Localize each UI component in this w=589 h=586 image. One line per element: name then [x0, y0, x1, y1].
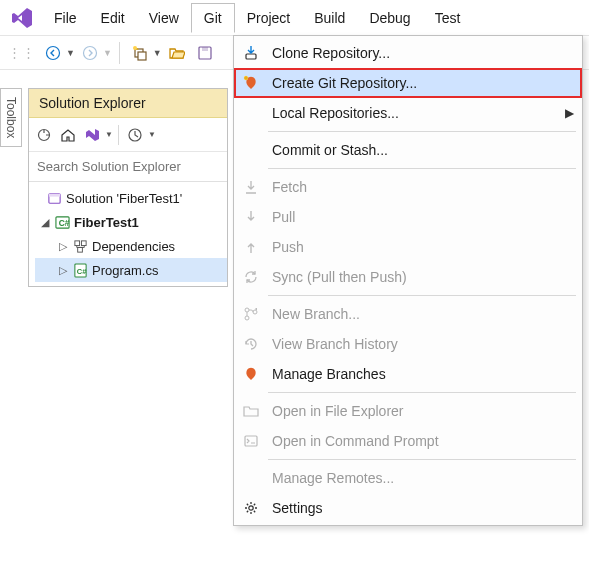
- menu-separator: [268, 131, 576, 132]
- menu-manage-branches[interactable]: Manage Branches: [234, 359, 582, 389]
- menu-debug[interactable]: Debug: [357, 4, 422, 32]
- solution-icon: [47, 191, 62, 206]
- svg-rect-10: [49, 193, 60, 196]
- menu-test[interactable]: Test: [423, 4, 473, 32]
- fetch-icon: [240, 176, 262, 198]
- menu-settings[interactable]: Settings: [234, 493, 582, 523]
- svg-rect-18: [246, 54, 256, 59]
- dependencies-node[interactable]: ▷ Dependencies: [35, 234, 227, 258]
- dependencies-icon: [73, 239, 88, 254]
- branches-icon: [240, 363, 262, 385]
- solution-node[interactable]: Solution 'FiberTest1': [35, 186, 227, 210]
- dropdown-chevron-icon[interactable]: ▼: [66, 48, 75, 58]
- menu-label: View Branch History: [272, 336, 398, 352]
- menu-separator: [268, 459, 576, 460]
- svg-point-22: [253, 310, 257, 314]
- menu-label: Manage Remotes...: [272, 470, 394, 486]
- menu-label: Create Git Repository...: [272, 75, 417, 91]
- menu-label: Commit or Stash...: [272, 142, 388, 158]
- nav-back-button[interactable]: [40, 40, 66, 66]
- toolbar-grip-icon: ⋮⋮: [8, 45, 36, 60]
- create-repo-icon: [240, 72, 262, 94]
- svg-text:C#: C#: [59, 218, 70, 228]
- menu-pull: Pull: [234, 202, 582, 232]
- menu-create-git-repository[interactable]: Create Git Repository...: [234, 68, 582, 98]
- menu-label: Manage Branches: [272, 366, 386, 382]
- menu-view-branch-history: View Branch History: [234, 329, 582, 359]
- menu-clone-repository[interactable]: Clone Repository...: [234, 38, 582, 68]
- git-menu-dropdown: Clone Repository... Create Git Repositor…: [233, 35, 583, 526]
- svg-rect-3: [138, 52, 146, 60]
- svg-text:C#: C#: [77, 267, 87, 276]
- menu-file[interactable]: File: [42, 4, 89, 32]
- svg-rect-6: [202, 47, 208, 51]
- menu-open-command-prompt: Open in Command Prompt: [234, 426, 582, 456]
- menu-label: Pull: [272, 209, 295, 225]
- clone-icon: [240, 42, 262, 64]
- dropdown-chevron-icon[interactable]: ▼: [148, 130, 156, 139]
- pending-changes-button[interactable]: [124, 124, 146, 146]
- menu-push: Push: [234, 232, 582, 262]
- expand-icon[interactable]: ▷: [57, 264, 69, 277]
- menu-project[interactable]: Project: [235, 4, 303, 32]
- toolbar-separator: [119, 42, 120, 64]
- solution-explorer-panel: Solution Explorer ▼ ▼ Solution 'FiberTes…: [28, 88, 228, 287]
- home-button[interactable]: [57, 124, 79, 146]
- menu-view[interactable]: View: [137, 4, 191, 32]
- new-branch-icon: [240, 303, 262, 325]
- sync-icon: [240, 266, 262, 288]
- toolbar-separator: [118, 125, 119, 145]
- new-item-button[interactable]: [127, 40, 153, 66]
- menu-edit[interactable]: Edit: [89, 4, 137, 32]
- blank-icon: [240, 139, 262, 161]
- csharp-file-icon: C#: [73, 263, 88, 278]
- prompt-icon: [240, 430, 262, 452]
- project-node[interactable]: ◢ C# FiberTest1: [35, 210, 227, 234]
- file-node[interactable]: ▷ C# Program.cs: [35, 258, 227, 282]
- menu-label: New Branch...: [272, 306, 360, 322]
- menu-separator: [268, 392, 576, 393]
- switch-views-button[interactable]: [81, 124, 103, 146]
- menu-label: Sync (Pull then Push): [272, 269, 407, 285]
- expand-icon[interactable]: ▷: [57, 240, 69, 253]
- sync-views-button[interactable]: [33, 124, 55, 146]
- tree-label: Program.cs: [92, 263, 158, 278]
- menu-commit-or-stash[interactable]: Commit or Stash...: [234, 135, 582, 165]
- nav-forward-button[interactable]: [77, 40, 103, 66]
- svg-rect-13: [75, 240, 80, 245]
- svg-rect-15: [78, 247, 83, 252]
- blank-icon: [240, 102, 262, 124]
- open-button[interactable]: [164, 40, 190, 66]
- panel-title: Solution Explorer: [29, 89, 227, 118]
- svg-rect-14: [81, 240, 86, 245]
- menu-sync: Sync (Pull then Push): [234, 262, 582, 292]
- menu-build[interactable]: Build: [302, 4, 357, 32]
- svg-point-1: [83, 46, 96, 59]
- menu-fetch: Fetch: [234, 172, 582, 202]
- push-icon: [240, 236, 262, 258]
- tree-label: FiberTest1: [74, 215, 139, 230]
- vs-logo-icon: [10, 6, 34, 30]
- tree-label: Solution 'FiberTest1': [66, 191, 182, 206]
- toolbox-tab[interactable]: Toolbox: [0, 88, 22, 147]
- menu-git[interactable]: Git: [191, 3, 235, 33]
- dropdown-chevron-icon: ▼: [103, 48, 112, 58]
- folder-icon: [240, 400, 262, 422]
- menu-label: Local Repositories...: [272, 105, 399, 121]
- collapse-icon[interactable]: ◢: [39, 216, 51, 229]
- menu-label: Open in Command Prompt: [272, 433, 439, 449]
- menu-open-file-explorer: Open in File Explorer: [234, 396, 582, 426]
- solution-tree: Solution 'FiberTest1' ◢ C# FiberTest1 ▷ …: [29, 182, 227, 286]
- menu-label: Settings: [272, 500, 323, 516]
- menu-local-repositories[interactable]: Local Repositories... ▶: [234, 98, 582, 128]
- submenu-chevron-icon: ▶: [565, 106, 574, 120]
- dropdown-chevron-icon[interactable]: ▼: [105, 130, 113, 139]
- svg-point-24: [249, 506, 253, 510]
- menubar: File Edit View Git Project Build Debug T…: [0, 0, 589, 36]
- blank-icon: [240, 467, 262, 489]
- save-button[interactable]: [192, 40, 218, 66]
- menu-separator: [268, 295, 576, 296]
- search-input[interactable]: [29, 152, 227, 182]
- dropdown-chevron-icon[interactable]: ▼: [153, 48, 162, 58]
- menu-new-branch: New Branch...: [234, 299, 582, 329]
